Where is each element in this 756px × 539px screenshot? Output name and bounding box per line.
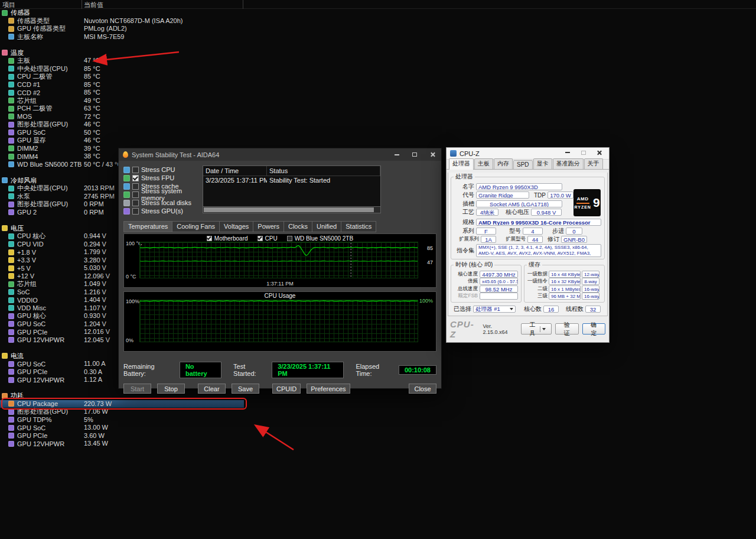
tab-cooling-fans[interactable]: Cooling Fans xyxy=(172,221,219,232)
log-column-header[interactable]: Date / Time xyxy=(203,166,267,176)
cpuz-tab-处理器[interactable]: 处理器 xyxy=(449,158,474,170)
preferences-button[interactable]: Preferences xyxy=(307,384,350,394)
tab-voltages[interactable]: Voltages xyxy=(219,221,253,232)
sensor-row[interactable]: CCD #185 °C xyxy=(0,81,272,89)
bus-speed-value: 98.52 MHz xyxy=(480,285,518,293)
tab-statistics[interactable]: Statistics xyxy=(341,221,376,232)
gpu-12vhpwr-current-icon xyxy=(8,377,14,383)
start-button[interactable]: Start xyxy=(123,384,151,394)
ryzen-text: RYZEN xyxy=(574,205,591,209)
validate-button[interactable]: 验证 xyxy=(555,323,578,335)
stop-button[interactable]: Stop xyxy=(157,384,185,394)
cpuz-titlebar[interactable]: CPU-Z xyxy=(447,148,609,160)
sensor-row[interactable]: CPU Package220.73 W xyxy=(0,400,244,408)
cpuz-tab-显卡[interactable]: 显卡 xyxy=(533,158,552,169)
sensor-row[interactable]: CPU 二极管85 °C xyxy=(0,73,272,81)
clocks-group: 时钟 (核心 #0) 核心速度 4497.30 MHz 倍频 x45.65 (6… xyxy=(451,261,522,303)
sensor-row[interactable]: 主板名称MSI MS-7E59 xyxy=(0,33,272,41)
cpuz-tab-spd[interactable]: SPD xyxy=(513,160,533,169)
processor-select[interactable]: 处理器 #1 xyxy=(473,306,516,313)
checkbox[interactable] xyxy=(287,236,292,241)
sensor-label: +5 V xyxy=(17,265,31,272)
sensor-row[interactable]: MOS72 °C xyxy=(0,113,272,121)
cpuz-tab-关于[interactable]: 关于 xyxy=(584,158,603,169)
legend-item-cpu[interactable]: CPU xyxy=(258,235,278,242)
chipset-voltage-icon xyxy=(8,281,14,287)
sensor-group-header[interactable]: 传感器 xyxy=(0,9,272,17)
sensor-row[interactable]: PCH 二极管63 °C xyxy=(0,105,272,113)
legend-item-motherboard[interactable]: Motherboard xyxy=(207,235,248,242)
close-button[interactable]: Close xyxy=(409,384,436,394)
minimize-icon[interactable] xyxy=(388,148,406,161)
tab-unified[interactable]: Unified xyxy=(312,221,341,232)
rated-fsb-value xyxy=(480,293,518,300)
sensor-value: 46 °C xyxy=(84,137,100,145)
window-titlebar[interactable]: System Stability Test - AIDA64 xyxy=(119,148,441,161)
close-icon[interactable] xyxy=(423,148,441,161)
column-header-value[interactable]: 当前值 xyxy=(84,1,103,9)
l3-ways: 16-way xyxy=(582,293,599,300)
tab-temperatures[interactable]: Temperatures xyxy=(123,221,172,232)
sensor-value: 0.930 V xyxy=(84,312,106,320)
checkbox[interactable] xyxy=(258,236,263,241)
l1-inst-value: 16 x 32 KBytes xyxy=(549,278,581,285)
checkbox[interactable] xyxy=(132,208,139,215)
sensor-group-header[interactable]: 温度 xyxy=(0,49,272,57)
sensor-row[interactable]: GPU PCIe3.60 W xyxy=(0,432,272,440)
sensor-row[interactable]: 图形处理器(GPU)46 °C xyxy=(0,121,272,129)
minimize-icon[interactable] xyxy=(559,147,575,158)
sensor-row[interactable]: 芯片组49 °C xyxy=(0,97,272,105)
legend-item-wd-blue-sn5000-2tb[interactable]: WD Blue SN5000 2TB xyxy=(287,235,354,242)
horizontal-scrollbar[interactable] xyxy=(203,207,381,213)
cache-group: 缓存 一级数据 16 x 48 KBytes 12-way 一级指令 16 x … xyxy=(524,261,605,303)
sensor-row[interactable]: 图形处理器(GPU)17.06 W xyxy=(0,408,272,416)
sensor-row[interactable]: 主板47 °C xyxy=(0,57,272,65)
ext-model-label: 扩展型号 xyxy=(496,236,526,243)
stress-option-stress-system-memory[interactable]: Stress system memory xyxy=(123,190,199,199)
cpuz-tab-内存[interactable]: 内存 xyxy=(494,158,513,169)
sensor-row[interactable]: GPU SoC50 °C xyxy=(0,129,272,137)
checkbox[interactable] xyxy=(132,167,139,173)
sensor-label: GPU SoC xyxy=(17,320,45,327)
clear-button[interactable]: Clear xyxy=(198,384,226,394)
ok-button[interactable]: 确定 xyxy=(582,323,605,335)
log-column-header[interactable]: Status xyxy=(267,166,380,176)
maximize-icon[interactable] xyxy=(406,148,423,161)
aida64-flame-icon xyxy=(123,151,128,158)
cpuz-tab-基准跑分[interactable]: 基准跑分 xyxy=(553,158,584,169)
checkbox[interactable] xyxy=(207,236,212,241)
tab-powers[interactable]: Powers xyxy=(253,221,284,232)
stress-option-stress-local-disks[interactable]: Stress local disks xyxy=(123,199,199,207)
close-icon[interactable] xyxy=(591,147,607,158)
sensor-row[interactable]: 中央处理器(CPU)85 °C xyxy=(0,65,272,73)
tools-button[interactable]: 工具 xyxy=(521,323,552,335)
specification-label: 规格 xyxy=(454,218,474,226)
stress-option-stress-gpu-s[interactable]: Stress GPU(s) xyxy=(123,207,199,215)
save-button[interactable]: Save xyxy=(232,384,259,394)
checkbox[interactable] xyxy=(132,191,139,198)
scrollbar-thumb[interactable] xyxy=(204,207,374,212)
gpu-pcie-power-icon xyxy=(8,433,14,439)
checkbox[interactable] xyxy=(132,175,139,181)
checkbox[interactable] xyxy=(132,183,139,190)
sensor-row[interactable]: GPU 显存46 °C xyxy=(0,137,272,145)
tab-clocks[interactable]: Clocks xyxy=(284,221,312,232)
cpuz-tab-主板[interactable]: 主板 xyxy=(474,158,493,169)
usage-min-label: 0% xyxy=(126,337,133,343)
sensor-row[interactable]: GPU SoC13.00 W xyxy=(0,424,272,432)
checkbox[interactable] xyxy=(132,200,139,206)
package-label: 插槽 xyxy=(454,200,474,208)
sensor-row[interactable]: GPU TDP%5% xyxy=(0,416,272,424)
sensor-row[interactable]: GPU 传感器类型PMLog (ADL2) xyxy=(0,25,272,33)
multiplier-value: x45.65 (6.0 - 57.5) xyxy=(480,278,518,285)
stress-option-stress-fpu[interactable]: Stress FPU xyxy=(123,174,199,182)
sensor-row[interactable]: GPU 12VHPWR13.45 W xyxy=(0,440,272,448)
column-divider[interactable] xyxy=(243,0,243,9)
stress-option-stress-cpu[interactable]: Stress CPU xyxy=(123,165,199,174)
column-divider[interactable] xyxy=(82,0,82,9)
cpuid-button[interactable]: CPUID xyxy=(272,384,301,394)
log-row[interactable]: 3/23/2025 1:37:11 PMStability Test: Star… xyxy=(203,176,380,184)
sensor-row[interactable]: 传感器类型Nuvoton NCT6687D-M (ISA A20h) xyxy=(0,17,272,25)
sensor-row[interactable]: CCD #285 °C xyxy=(0,89,272,97)
soc-voltage-icon xyxy=(8,289,14,295)
